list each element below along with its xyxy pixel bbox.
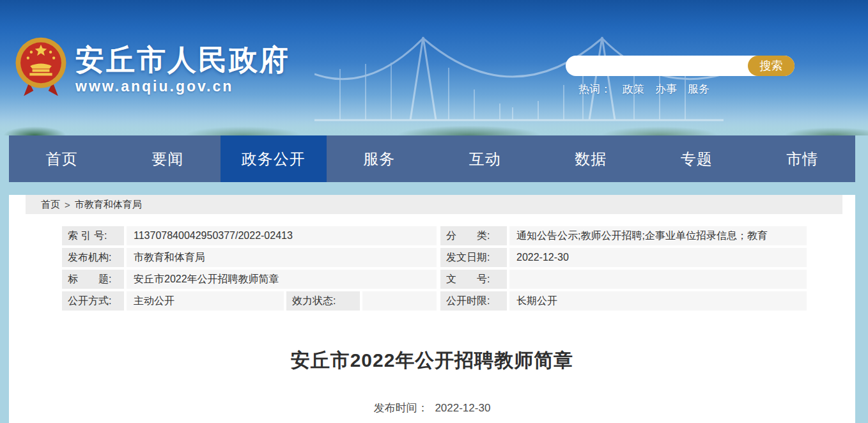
index-number-label: 索 引 号:	[62, 226, 124, 245]
nav-item-data[interactable]: 数据	[538, 135, 644, 182]
breadcrumb-home[interactable]: 首页	[41, 199, 60, 211]
open-period-value: 长期公开	[509, 291, 807, 311]
hot-word-policy[interactable]: 政策	[623, 82, 644, 96]
doc-number-label: 文 号:	[440, 270, 507, 289]
category-label: 分 类:	[440, 226, 507, 245]
site-title: 安丘市人民政府	[75, 45, 290, 75]
nav-item-gov-affairs[interactable]: 政务公开	[221, 135, 327, 182]
nav-item-home[interactable]: 首页	[9, 135, 115, 182]
nav-item-topics[interactable]: 专题	[644, 135, 750, 182]
publish-time-value: 2022-12-30	[435, 402, 490, 414]
hot-words: 热词： 政策 办事 服务	[566, 82, 794, 96]
nav-item-services[interactable]: 服务	[327, 135, 433, 182]
title-value: 安丘市2022年公开招聘教师简章	[127, 270, 437, 289]
site-logo-block[interactable]: 安丘市人民政府 www.anqiu.gov.cn	[14, 36, 290, 98]
nav-item-news[interactable]: 要闻	[115, 135, 221, 182]
search-area: 搜索 热词： 政策 办事 服务	[566, 56, 794, 96]
site-url: www.anqiu.gov.cn	[75, 78, 290, 95]
meta-row-3: 标 题: 安丘市2022年公开招聘教师简章 文 号:	[62, 270, 807, 289]
category-value: 通知公告公示;教师公开招聘;企事业单位招录信息；教育	[509, 226, 807, 245]
breadcrumb: 首页 > 市教育和体育局	[26, 195, 842, 214]
publish-time-label: 发布时间：	[374, 402, 428, 414]
publish-time-line: 发布时间： 2022-12-30	[9, 401, 855, 415]
publisher-value: 市教育和体育局	[127, 248, 437, 267]
validity-status-value	[362, 291, 437, 311]
site-identity: 安丘市人民政府 www.anqiu.gov.cn	[75, 45, 290, 95]
site-header: 安丘市人民政府 www.anqiu.gov.cn 搜索 热词： 政策 办事 服务	[0, 0, 868, 135]
validity-status-label: 效力状态:	[286, 291, 360, 311]
hot-words-label: 热词：	[578, 82, 611, 96]
title-label: 标 题:	[62, 270, 124, 289]
issue-date-value: 2022-12-30	[509, 248, 807, 267]
publisher-label: 发布机构:	[62, 248, 124, 267]
breadcrumb-separator: >	[65, 199, 70, 210]
main-navbar: 首页 要闻 政务公开 服务 互动 数据 专题 市情	[9, 135, 855, 182]
meta-row-2: 发布机构: 市教育和体育局 发文日期: 2022-12-30	[62, 248, 807, 267]
document-metadata-table: 索 引 号: 113707840042950377/2022-02413 分 类…	[62, 226, 807, 311]
index-number-value: 113707840042950377/2022-02413	[127, 226, 437, 245]
hot-word-affairs[interactable]: 办事	[655, 82, 677, 96]
open-mode-label: 公开方式:	[62, 291, 124, 311]
national-emblem-logo	[14, 36, 68, 98]
content-panel: 首页 > 市教育和体育局 索 引 号: 113707840042950377/2…	[9, 195, 855, 423]
hot-word-service[interactable]: 服务	[688, 82, 709, 96]
nav-item-interaction[interactable]: 互动	[432, 135, 538, 182]
meta-row-4: 公开方式: 主动公开 效力状态: 公开时限: 长期公开	[62, 291, 807, 311]
search-button[interactable]: 搜索	[748, 56, 794, 76]
breadcrumb-current[interactable]: 市教育和体育局	[75, 199, 142, 211]
meta-row-1: 索 引 号: 113707840042950377/2022-02413 分 类…	[62, 226, 807, 245]
doc-number-value	[509, 270, 807, 289]
issue-date-label: 发文日期:	[440, 248, 507, 267]
open-period-label: 公开时限:	[440, 291, 507, 311]
nav-item-city-info[interactable]: 市情	[750, 135, 856, 182]
article-title: 安丘市2022年公开招聘教师简章	[9, 348, 855, 374]
open-mode-value: 主动公开	[127, 291, 284, 311]
